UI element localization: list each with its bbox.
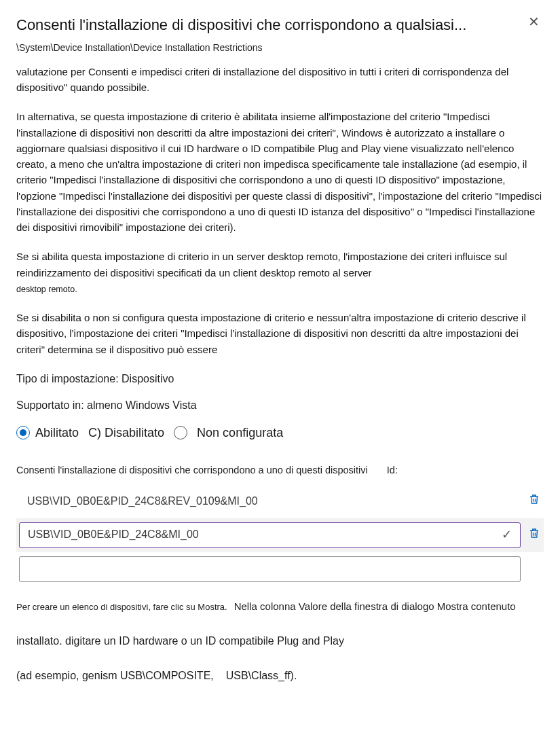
state-radio-group: Abilitato C) Disabilitato Non configurat… bbox=[16, 424, 544, 443]
checkmark-icon[interactable]: ✓ bbox=[502, 526, 512, 545]
desc-paragraph: Se si abilita questa impostazione di cri… bbox=[16, 249, 544, 281]
desc-paragraph: valutazione per Consenti e impedisci cri… bbox=[16, 64, 544, 96]
table-row: USB\VID_0B0E&PID_24C8&MI_00 ✓ bbox=[16, 518, 544, 552]
footnote: Per creare un elenco di dispositivi, far… bbox=[16, 598, 544, 614]
setting-type: Tipo di impostazione: Dispositivo bbox=[16, 371, 544, 388]
footnote: (ad esempio, genism USB\COMPOSITE,USB\Cl… bbox=[16, 668, 544, 685]
footnote: installato. digitare un ID hardware o un… bbox=[16, 633, 544, 650]
device-list-label: Consenti l'installazione di dispositivi … bbox=[16, 463, 544, 478]
desc-paragraph: desktop remoto. bbox=[16, 283, 544, 296]
close-icon[interactable]: ✕ bbox=[524, 14, 544, 30]
device-id-list: USB\VID_0B0E&PID_24C8&REV_0109&MI_00 USB… bbox=[16, 485, 544, 586]
device-id-value[interactable]: USB\VID_0B0E&PID_24C8&REV_0109&MI_00 bbox=[19, 489, 521, 514]
radio-enabled[interactable] bbox=[16, 426, 30, 439]
desc-paragraph: Se si disabilita o non si configura ques… bbox=[16, 310, 544, 357]
radio-notconfigured-label: Non configurata bbox=[197, 424, 283, 443]
radio-disabled-label: C) Disabilitato bbox=[88, 424, 164, 443]
desc-paragraph: In alternativa, se questa impostazione d… bbox=[16, 109, 544, 235]
supported-on: Supportato in: almeno Windows Vista bbox=[16, 397, 544, 414]
table-row bbox=[16, 552, 544, 586]
device-id-input[interactable] bbox=[19, 556, 521, 582]
radio-disabled[interactable] bbox=[174, 426, 187, 439]
page-title: Consenti l'installazione di dispositivi … bbox=[16, 14, 524, 37]
policy-description: valutazione per Consenti e impedisci cri… bbox=[16, 64, 544, 357]
delete-icon[interactable] bbox=[527, 526, 541, 544]
device-id-input[interactable]: USB\VID_0B0E&PID_24C8&MI_00 ✓ bbox=[19, 522, 521, 548]
delete-icon[interactable] bbox=[527, 492, 541, 510]
breadcrumb: \System\Device Installation\Device Insta… bbox=[16, 41, 544, 56]
radio-enabled-label: Abilitato bbox=[35, 424, 79, 443]
table-row: USB\VID_0B0E&PID_24C8&REV_0109&MI_00 bbox=[16, 485, 544, 518]
